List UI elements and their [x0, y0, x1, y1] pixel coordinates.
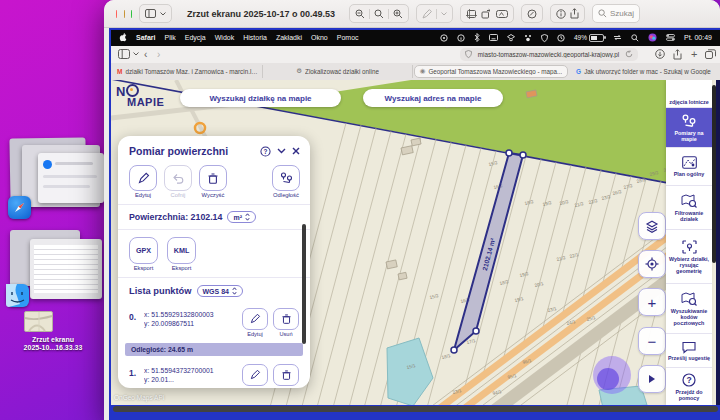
crs-select[interactable]: WGS 84 [197, 285, 243, 297]
forward-button[interactable]: › [157, 48, 160, 61]
help-button[interactable]: ? [260, 146, 271, 157]
shield-icon[interactable] [541, 34, 548, 42]
screenshot-file-thumbnail[interactable] [24, 311, 53, 332]
close-window-button[interactable] [116, 10, 117, 18]
menu-item-historia[interactable]: Historia [243, 34, 267, 41]
sidebar-item-measurements[interactable]: Pomiary na mapie [666, 108, 712, 148]
control-center-icon[interactable] [666, 34, 675, 41]
siri-icon[interactable] [648, 33, 657, 42]
menu-item-widok[interactable]: Widok [215, 34, 234, 41]
dropbox-icon[interactable] [507, 34, 515, 42]
menu-item-pomoc[interactable]: Pomoc [337, 34, 359, 41]
back-button[interactable]: ‹ [144, 48, 147, 61]
edit-tools-group[interactable] [460, 4, 514, 23]
safari-sidebar-button[interactable] [118, 48, 139, 61]
menu-item-okno[interactable]: Okno [311, 34, 328, 41]
sidebar-item-filter-parcels[interactable]: Filtrowanie działek [666, 186, 712, 230]
delete-label: Usuń [279, 331, 292, 337]
area-unit-select[interactable]: m² [227, 211, 256, 223]
zoom-out-button[interactable]: − [638, 327, 666, 355]
zoom-window-button[interactable] [131, 10, 132, 18]
reload-icon[interactable] [625, 50, 633, 58]
screen-mirroring-icon[interactable] [440, 34, 448, 42]
text-tool-icon[interactable] [496, 9, 508, 19]
polygon-vertex[interactable] [451, 347, 457, 353]
minimize-window-button[interactable] [124, 10, 125, 18]
status-info-icon[interactable] [457, 34, 465, 42]
collapse-panel-button[interactable] [277, 148, 286, 154]
tracker-paw-icon[interactable] [524, 34, 532, 42]
locate-me-button[interactable] [638, 250, 666, 278]
zoom-out-icon[interactable] [355, 9, 365, 19]
undo-button[interactable]: Cofnij [164, 165, 192, 198]
nomapie-logo[interactable]: N MAPIE [116, 84, 164, 108]
layers-button[interactable] [638, 212, 666, 240]
clock-widget-icon[interactable] [557, 34, 565, 42]
privacy-shield-icon[interactable] [465, 50, 472, 58]
share-button[interactable] [673, 48, 682, 61]
menu-item-edycja[interactable]: Edycja [185, 34, 206, 41]
menu-item-safari[interactable]: Safari [136, 34, 155, 41]
crop-icon[interactable] [466, 9, 477, 19]
battery-indicator[interactable]: 49% [574, 34, 604, 42]
highlight-button[interactable] [521, 4, 543, 23]
measured-parcel-polygon[interactable]: 2102.14 m² [451, 150, 526, 353]
tab-geoportal-active[interactable]: ◉ Geoportal Tomaszowa Mazowieckiego - ma… [414, 65, 568, 79]
search-parcel-button[interactable]: Wyszukaj działkę na mapie [180, 89, 341, 107]
menu-bar-clock[interactable]: Pt. 00:49 [684, 34, 712, 41]
apple-menu-icon[interactable] [119, 33, 127, 42]
point-delete-button[interactable] [273, 364, 299, 386]
sidebar-item-send-suggestion[interactable]: Prześlij sugestię [666, 334, 712, 368]
point-edit-button[interactable]: Edytuj [242, 308, 268, 337]
share-icon[interactable] [570, 8, 579, 19]
close-panel-button[interactable] [292, 147, 300, 155]
kml-export-button[interactable]: KML Eksport [167, 237, 196, 271]
expand-panel-button[interactable] [638, 365, 666, 393]
address-bar[interactable]: miasto-tomaszow-mazowiecki.geoportal-kra… [460, 48, 638, 61]
minimized-safari-stack[interactable] [6, 136, 106, 224]
panel-scrollbar[interactable] [302, 224, 306, 344]
screenshot-file-label[interactable]: Zrzut ekranu 2025-10...16.33.33 [0, 336, 106, 352]
sidebar-item-select-parcels-geometry[interactable]: Wybierz działki, rysując geometrię [666, 230, 712, 284]
info-share-group[interactable] [550, 4, 585, 23]
tab-gmail-dzialki[interactable]: M działki Tomaszów Maz. i Żarnowica - ma… [113, 65, 263, 79]
sidebar-item-postal-codes[interactable]: Wyszukiwanie kodów pocztowych [666, 284, 712, 334]
sidebar-item-general-plan[interactable]: Plan ogólny [666, 148, 712, 186]
edit-button[interactable]: Edytuj [129, 165, 157, 198]
distance-mode-button[interactable]: Odległość [272, 165, 300, 198]
keyboard-icon[interactable] [489, 34, 498, 41]
tab-overview-button[interactable] [705, 48, 716, 61]
new-tab-button[interactable]: + [691, 48, 697, 61]
zoom-controls[interactable] [349, 4, 409, 23]
sidebar-item-help[interactable]: ? Przejdź do pomocy [666, 368, 712, 405]
zoom-in-button[interactable]: + [638, 288, 666, 316]
bluetooth-icon[interactable] [474, 33, 480, 42]
downloads-button[interactable] [655, 48, 665, 61]
polygon-vertex[interactable] [520, 152, 526, 158]
menu-item-plik[interactable]: Plik [164, 34, 175, 41]
search-address-button[interactable]: Wyszukaj adres na mapie [363, 89, 503, 107]
zoom-in-icon[interactable] [393, 9, 403, 19]
polygon-vertex[interactable] [506, 150, 512, 156]
spotlight-search-icon[interactable] [631, 34, 639, 42]
polygon-vertex[interactable] [473, 328, 479, 334]
info-icon[interactable] [556, 9, 566, 19]
tab-google-search[interactable]: G Jak utworzyć folder w mac - Szukaj w G… [569, 65, 718, 79]
sidebar-toggle-button[interactable] [139, 4, 172, 23]
preview-search-field[interactable]: Szukaj [592, 4, 640, 23]
markup-button[interactable] [416, 4, 453, 23]
sidebar-item-label: Przejdź do pomocy [667, 389, 711, 401]
point-delete-button[interactable]: Usuń [273, 308, 299, 337]
point-edit-button[interactable] [242, 364, 268, 386]
sync-arrows-icon[interactable] [613, 34, 622, 41]
sidebar-item-aerial-photos[interactable]: zdjęcia lotnicze [666, 80, 712, 108]
clear-button[interactable]: Wyczyść [199, 165, 227, 198]
horizontal-scrollbar[interactable] [113, 406, 718, 412]
tab-zlokalizowac-dzialki[interactable]: ⚙ Zlokalizować działki online [263, 65, 413, 79]
sidebar-scrollbar[interactable] [712, 85, 716, 263]
menu-item-zakladki[interactable]: Zakładki [276, 34, 302, 41]
minimized-finder-stack[interactable] [2, 226, 104, 310]
gpx-export-button[interactable]: GPX Eksport [129, 237, 158, 271]
zoom-actual-icon[interactable] [374, 9, 384, 19]
rotate-icon[interactable] [481, 9, 492, 19]
